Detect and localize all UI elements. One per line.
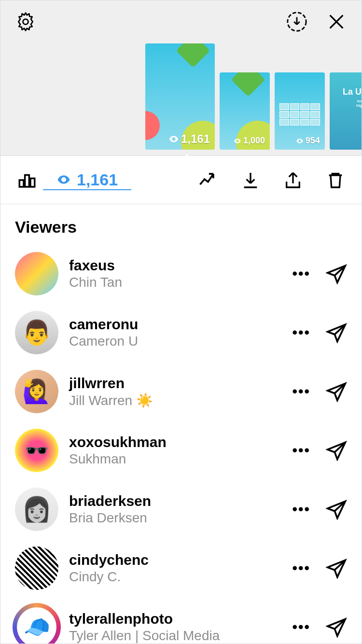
avatar[interactable]	[15, 546, 58, 590]
send-message-icon[interactable]	[326, 499, 347, 520]
avatar[interactable]	[15, 311, 58, 354]
send-message-icon[interactable]	[326, 322, 347, 343]
settings-icon[interactable]	[13, 9, 38, 34]
svg-rect-2	[19, 180, 24, 187]
avatar[interactable]	[15, 488, 58, 531]
delete-icon[interactable]	[324, 168, 347, 192]
selected-pointer	[179, 154, 195, 162]
svg-rect-4	[30, 178, 35, 187]
story-view-count: 1,161	[168, 132, 210, 146]
avatar-with-story-ring[interactable]: 🧢	[15, 605, 58, 644]
viewer-fullname: Cindy C.	[69, 569, 281, 585]
more-options-icon[interactable]: •••	[292, 324, 310, 341]
viewer-username: tylerallenphoto	[69, 611, 281, 627]
tab-bar: 1,161	[0, 156, 362, 204]
viewers-section-header: Viewers	[0, 204, 362, 244]
viewer-row[interactable]: briaderksen Bria Derksen •••	[0, 480, 362, 539]
viewer-fullname: Chin Tan	[69, 275, 281, 290]
story-title-preview: La Unspimport edithighlight stin a mo	[343, 87, 362, 112]
story-view-count: 954	[296, 136, 320, 146]
story-thumb[interactable]: La Unspimport edithighlight stin a mo	[330, 72, 362, 150]
viewer-username: briaderksen	[69, 493, 281, 509]
svg-rect-3	[25, 175, 29, 187]
svg-point-0	[23, 19, 28, 25]
save-to-highlights-icon[interactable]	[284, 9, 309, 34]
share-icon[interactable]	[281, 168, 305, 192]
viewer-fullname: Bria Derksen	[69, 510, 281, 526]
tab-viewers-active[interactable]: 1,161	[43, 170, 131, 190]
tab-insights[interactable]	[15, 168, 39, 192]
viewer-row[interactable]: jillwrren Jill Warren ☀️ •••	[0, 362, 362, 421]
send-message-icon[interactable]	[326, 263, 347, 284]
viewer-row[interactable]: faxeus Chin Tan •••	[0, 244, 362, 303]
send-message-icon[interactable]	[326, 558, 347, 579]
more-options-icon[interactable]: •••	[292, 501, 310, 518]
send-message-icon[interactable]	[326, 440, 347, 461]
more-options-icon[interactable]: •••	[292, 266, 310, 282]
promote-icon[interactable]	[196, 168, 220, 192]
stories-carousel[interactable]: 1,161 1,000 954 La Unspimport edithighli…	[0, 43, 362, 150]
viewer-username: faxeus	[69, 257, 281, 274]
viewer-row[interactable]: cameronu Cameron U •••	[0, 303, 362, 362]
avatar[interactable]	[15, 252, 58, 295]
viewers-list: faxeus Chin Tan ••• cameronu Cameron U •…	[0, 244, 362, 644]
viewer-row[interactable]: xoxosukhman Sukhman •••	[0, 421, 362, 480]
send-message-icon[interactable]	[326, 616, 347, 638]
story-thumb[interactable]: 1,000	[220, 72, 270, 150]
more-options-icon[interactable]: •••	[292, 383, 310, 400]
viewer-count: 1,161	[77, 170, 118, 189]
viewer-username: cindychenc	[69, 552, 281, 568]
avatar[interactable]	[15, 429, 58, 472]
viewer-username: xoxosukhman	[69, 434, 281, 450]
viewer-fullname: Sukhman	[69, 451, 281, 467]
viewer-row[interactable]: cindychenc Cindy C. •••	[0, 539, 362, 598]
viewer-fullname: Cameron U	[69, 334, 281, 349]
story-thumb[interactable]: 954	[275, 72, 325, 150]
more-options-icon[interactable]: •••	[292, 442, 310, 459]
viewer-fullname: Tyler Allen | Social Media	[69, 628, 281, 644]
story-header: 1,161 1,000 954 La Unspimport edithighli…	[0, 0, 362, 156]
viewer-username: jillwrren	[69, 375, 281, 392]
viewer-row[interactable]: 🧢 tylerallenphoto Tyler Allen | Social M…	[0, 598, 362, 644]
avatar[interactable]	[15, 370, 58, 413]
more-options-icon[interactable]: •••	[292, 619, 310, 635]
send-message-icon[interactable]	[326, 381, 347, 402]
close-icon[interactable]	[324, 9, 349, 34]
download-icon[interactable]	[239, 168, 262, 192]
header-icons	[13, 9, 349, 34]
story-thumb-selected[interactable]: 1,161	[145, 43, 215, 150]
more-options-icon[interactable]: •••	[292, 560, 310, 576]
viewer-username: cameronu	[69, 316, 281, 333]
story-view-count: 1,000	[234, 136, 265, 146]
viewer-fullname: Jill Warren ☀️	[69, 392, 281, 408]
